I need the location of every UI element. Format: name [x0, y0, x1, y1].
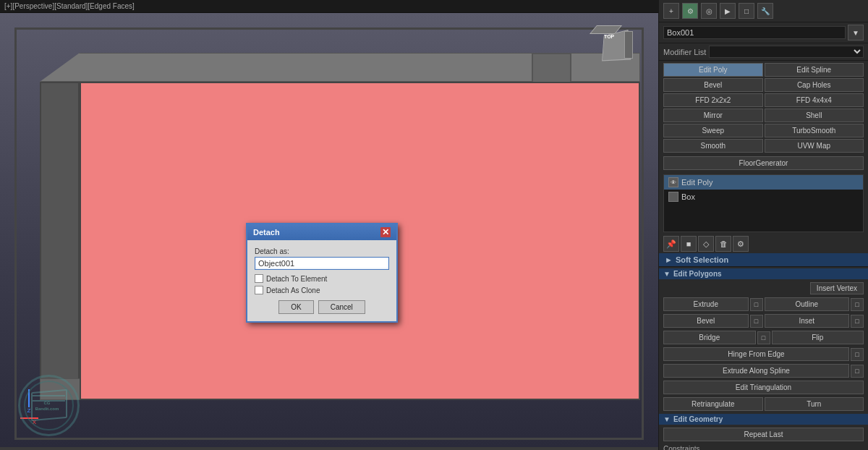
dialog-close-button[interactable]: ✕: [380, 227, 391, 237]
inset-button[interactable]: Inset: [765, 314, 850, 328]
detach-as-input[interactable]: [255, 257, 389, 270]
bridge-button[interactable]: Bridge: [663, 331, 756, 344]
object-name-input[interactable]: [663, 26, 846, 39]
dialog-titlebar[interactable]: Detach ✕: [247, 224, 396, 240]
edit-geometry-header[interactable]: ▼ Edit Geometry: [659, 414, 868, 425]
detach-to-element-label: Detach To Element: [266, 275, 327, 283]
stack-make-unique-btn[interactable]: ◇: [698, 236, 714, 252]
modifier-stack: 👁 Edit Poly Box: [663, 174, 864, 232]
dialog-ok-button[interactable]: OK: [278, 300, 313, 314]
outline-button[interactable]: Outline: [765, 297, 850, 311]
extrude-along-spline-button[interactable]: Extrude Along Spline: [663, 364, 849, 378]
extrude-button[interactable]: Extrude: [663, 297, 749, 311]
smooth-button[interactable]: Smooth: [663, 139, 763, 153]
viewport-header: [+][Perspective][Standard][Edged Faces]: [0, 0, 658, 13]
edit-polygons-arrow: ▼: [663, 270, 671, 278]
hinge-from-edge-button[interactable]: Hinge From Edge: [663, 347, 849, 361]
insert-vertex-button[interactable]: Insert Vertex: [810, 282, 864, 294]
right-panel: + ⚙ ◎ ▶ □ 🔧 ▼ Modifier List Edit Poly Ed…: [658, 0, 868, 450]
edit-geometry-arrow: ▼: [663, 415, 671, 423]
edit-poly-button[interactable]: Edit Poly: [663, 63, 763, 77]
edit-polygons-label: Edit Polygons: [673, 270, 722, 278]
constraints-label: Constraints: [663, 445, 700, 450]
modifier-list-label: Modifier List: [663, 48, 706, 56]
edit-geometry-label: Edit Geometry: [673, 415, 723, 423]
viewport-label: [+][Perspective][Standard][Edged Faces]: [4, 2, 135, 10]
retriangulate-button[interactable]: Retriangulate: [663, 397, 763, 411]
floor-generator-button[interactable]: FloorGenerator: [663, 156, 864, 170]
retriangulate-turn-row: Retriangulate Turn: [659, 396, 868, 412]
detach-to-element-row: Detach To Element: [255, 274, 389, 283]
edit-polygons-header[interactable]: ▼ Edit Polygons: [659, 268, 868, 279]
stack-item-box-label: Box: [681, 192, 695, 201]
ffd-2x2x2-button[interactable]: FFD 2x2x2: [663, 93, 763, 107]
detach-dialog: Detach ✕ Detach as: Detach To Element: [246, 223, 398, 323]
hierarchy-icon[interactable]: ◎: [701, 3, 717, 19]
dialog-overlay: Detach ✕ Detach as: Detach To Element: [0, 13, 658, 447]
detach-as-clone-checkbox[interactable]: [255, 286, 263, 294]
soft-selection-label: Soft Selection: [676, 255, 728, 264]
repeat-last-button[interactable]: Repeat Last: [663, 428, 864, 441]
stack-item-edit-poly[interactable]: 👁 Edit Poly: [664, 175, 863, 190]
sweep-button[interactable]: Sweep: [663, 124, 763, 137]
stack-item-box[interactable]: Box: [664, 190, 863, 204]
turn-button[interactable]: Turn: [765, 397, 864, 411]
soft-selection-header[interactable]: ► Soft Selection: [659, 253, 868, 267]
bevel-poly-button[interactable]: Bevel: [663, 314, 749, 328]
dialog-body: Detach as: Detach To Element Detach As C…: [247, 240, 396, 321]
bridge-settings-btn[interactable]: □: [757, 331, 770, 344]
outline-settings-btn[interactable]: □: [851, 298, 864, 311]
cap-holes-button[interactable]: Cap Holes: [765, 78, 864, 92]
utilities-icon[interactable]: 🔧: [757, 3, 773, 19]
stack-box-icon[interactable]: [668, 192, 678, 202]
detach-as-clone-row: Detach As Clone: [255, 286, 389, 294]
object-options-btn[interactable]: ▼: [848, 25, 864, 41]
turbosmooth-button[interactable]: TurboSmooth: [765, 124, 864, 137]
dialog-buttons: OK Cancel: [255, 300, 389, 314]
motion-icon[interactable]: ▶: [720, 3, 736, 19]
mirror-button[interactable]: Mirror: [663, 109, 763, 122]
ffd-4x4x4-button[interactable]: FFD 4x4x4: [765, 93, 864, 107]
bevel-modifier-button[interactable]: Bevel: [663, 78, 763, 92]
hinge-settings-btn[interactable]: □: [851, 348, 864, 361]
viewport-content: TOP Z X CGBandit.com: [0, 13, 658, 447]
main-container: [+][Perspective][Standard][Edged Faces]: [0, 0, 868, 450]
detach-as-label: Detach as:: [255, 247, 389, 255]
shell-button[interactable]: Shell: [765, 109, 864, 122]
flip-button[interactable]: Flip: [772, 331, 864, 344]
stack-pin-btn[interactable]: 📌: [663, 236, 679, 252]
panel-top-toolbar: + ⚙ ◎ ▶ □ 🔧: [659, 0, 868, 22]
detach-to-element-checkbox[interactable]: [255, 274, 263, 283]
inset-settings-btn[interactable]: □: [851, 315, 864, 328]
stack-controls: 📌 ■ ◇ 🗑 ⚙: [659, 234, 868, 253]
modify-mode-icon[interactable]: ⚙: [682, 3, 698, 19]
edit-triangulation-button[interactable]: Edit Triangulation: [663, 381, 864, 394]
display-icon[interactable]: □: [739, 3, 754, 19]
create-mode-icon[interactable]: +: [663, 3, 679, 19]
stack-show-result-btn[interactable]: ■: [681, 236, 697, 252]
bevel-settings-btn[interactable]: □: [750, 315, 763, 328]
extrude-settings-btn[interactable]: □: [750, 298, 763, 311]
extrude-spline-settings-btn[interactable]: □: [851, 365, 864, 378]
uvw-map-button[interactable]: UVW Map: [765, 139, 864, 153]
viewport-area: [+][Perspective][Standard][Edged Faces]: [0, 0, 658, 450]
soft-selection-arrow: ►: [665, 255, 673, 264]
modifier-buttons-grid: Edit Poly Edit Spline Bevel Cap Holes FF…: [659, 61, 868, 155]
detach-as-row: Detach as:: [255, 247, 389, 270]
stack-item-edit-poly-label: Edit Poly: [681, 178, 712, 187]
detach-as-clone-label: Detach As Clone: [266, 286, 320, 294]
stack-config-btn[interactable]: ⚙: [733, 236, 749, 252]
modifier-list-bar: Modifier List: [659, 43, 868, 61]
stack-eye-icon[interactable]: 👁: [668, 177, 678, 187]
modifier-list-dropdown[interactable]: [709, 46, 864, 58]
dialog-title: Detach: [253, 228, 280, 237]
stack-remove-btn[interactable]: 🗑: [715, 236, 731, 252]
edit-spline-button[interactable]: Edit Spline: [765, 63, 864, 77]
dialog-cancel-button[interactable]: Cancel: [318, 300, 365, 314]
